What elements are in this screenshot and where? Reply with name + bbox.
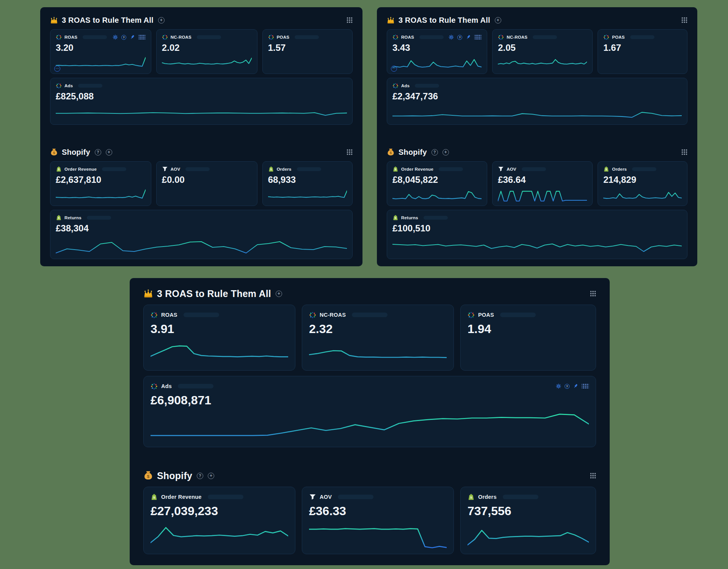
sparkline-chart — [56, 236, 347, 255]
grid-icon[interactable] — [474, 35, 482, 40]
metric-card-nc-roas[interactable]: NC-ROAS 2.02 — [156, 29, 257, 74]
metric-card-ads[interactable]: Ads £2,347,736 — [387, 78, 687, 125]
skeleton-pill — [297, 167, 321, 171]
metric-card-row: ROAS 3.20 NC-ROAS 2.02 — [50, 29, 353, 74]
gear-icon[interactable] — [449, 35, 454, 40]
metric-card-nc-roas[interactable]: NC-ROAS 2.32 — [302, 305, 454, 371]
metric-card-poas[interactable]: POAS 1.94 — [460, 305, 596, 371]
gear-icon[interactable] — [556, 384, 561, 389]
question-circle-icon[interactable] — [121, 35, 126, 40]
dashboard-panel: 3 ROAS to Rule Them All ROAS 3.20 — [40, 7, 362, 266]
section-title: Shopify — [157, 470, 192, 481]
metric-card-roas[interactable]: ROAS 3.20 — [50, 29, 151, 74]
section-header: 3 ROAS to Rule Them All — [387, 14, 687, 26]
sparkline-chart — [392, 104, 682, 121]
plus-circle-icon[interactable] — [208, 473, 214, 479]
metric-card-row: Order Revenue £27,039,233 AOV £36.33 Ord… — [143, 487, 596, 554]
grid-icon[interactable] — [582, 384, 589, 389]
metric-label: NC-ROAS — [507, 35, 527, 39]
metric-card-returns[interactable]: Returns £38,304 — [50, 210, 353, 259]
drag-grip-icon[interactable] — [590, 473, 596, 479]
question-circle-icon[interactable] — [565, 384, 570, 389]
more-badge-icon[interactable] — [391, 66, 397, 72]
metric-card-ads[interactable]: Ads £6,908,871 — [143, 376, 596, 447]
metric-card-orders[interactable]: Orders 214,829 — [598, 161, 687, 206]
metric-label: Orders — [277, 167, 292, 171]
metric-card-aov[interactable]: AOV £36.64 — [492, 161, 593, 206]
pixel-dots-icon — [56, 34, 62, 40]
metric-value: 2.05 — [498, 42, 587, 53]
metric-label: AOV — [320, 494, 332, 500]
sparkline-chart — [151, 521, 288, 549]
metric-card-orders[interactable]: Orders 68,933 — [262, 161, 353, 206]
metric-card-poas[interactable]: POAS 1.67 — [598, 29, 687, 74]
plus-circle-icon[interactable] — [442, 149, 449, 156]
help-circle-icon[interactable] — [431, 149, 438, 156]
pin-icon[interactable] — [130, 35, 135, 40]
metric-label: POAS — [478, 312, 494, 318]
metric-card-order-revenue[interactable]: Order Revenue £8,045,822 — [387, 161, 487, 206]
section-title: 3 ROAS to Rule Them All — [399, 16, 490, 25]
dashboard-panel: 3 ROAS to Rule Them All ROAS 3.43 — [377, 7, 697, 266]
metric-card-order-revenue[interactable]: Order Revenue £2,637,810 — [50, 161, 151, 206]
metric-card-poas[interactable]: POAS 1.57 — [262, 29, 353, 74]
money-bag-icon — [143, 471, 153, 481]
metric-card-orders[interactable]: Orders 737,556 — [460, 487, 596, 554]
sparkline-chart — [498, 56, 587, 70]
funnel-icon — [309, 494, 316, 501]
skeleton-pill — [632, 167, 656, 171]
pin-icon[interactable] — [573, 384, 578, 389]
metric-card-aov[interactable]: AOV £0.00 — [156, 161, 257, 206]
metric-value: £36.33 — [309, 503, 447, 519]
section-header: 3 ROAS to Rule Them All — [143, 286, 596, 301]
pixel-dots-icon — [162, 34, 168, 40]
metric-card-ads[interactable]: Ads £825,088 — [50, 78, 353, 125]
skeleton-pill — [415, 84, 439, 88]
sparkline-chart — [56, 104, 347, 121]
plus-circle-icon[interactable] — [158, 17, 165, 24]
question-circle-icon[interactable] — [457, 35, 462, 40]
metric-value: 3.91 — [151, 321, 288, 336]
drag-grip-icon[interactable] — [347, 149, 353, 155]
sparkline-chart — [392, 56, 482, 70]
plus-circle-icon[interactable] — [106, 149, 112, 156]
plus-circle-icon[interactable] — [276, 291, 282, 297]
metric-label: Returns — [401, 215, 418, 220]
drag-grip-icon[interactable] — [681, 149, 687, 155]
card-tools — [556, 384, 589, 389]
metric-label: ROAS — [64, 35, 77, 39]
drag-grip-icon[interactable] — [347, 17, 353, 23]
metric-card-nc-roas[interactable]: NC-ROAS 2.05 — [492, 29, 593, 74]
gear-icon[interactable] — [113, 35, 118, 40]
metric-value: £6,908,871 — [151, 393, 589, 408]
more-badge-icon[interactable] — [54, 66, 60, 72]
help-circle-icon[interactable] — [197, 473, 203, 479]
metric-value: 68,933 — [268, 174, 347, 185]
pin-icon[interactable] — [466, 35, 471, 40]
metric-value: £27,039,233 — [151, 503, 288, 519]
metric-card-roas[interactable]: ROAS 3.43 — [387, 29, 487, 74]
skeleton-pill — [424, 216, 448, 220]
grid-icon[interactable] — [138, 35, 146, 40]
skeleton-pill — [78, 84, 102, 88]
money-bag-icon — [50, 148, 58, 156]
metric-value: 1.67 — [603, 42, 682, 53]
pixel-dots-icon — [392, 34, 399, 40]
metric-card-returns[interactable]: Returns £100,510 — [387, 210, 687, 259]
shopify-bag-icon — [268, 166, 274, 172]
help-circle-icon[interactable] — [95, 149, 101, 156]
metric-card-order-revenue[interactable]: Order Revenue £27,039,233 — [143, 487, 295, 554]
skeleton-pill — [338, 495, 373, 499]
drag-grip-icon[interactable] — [681, 17, 687, 23]
dashboard-panel: 3 ROAS to Rule Them All ROAS 3.91 NC-ROA… — [130, 278, 610, 565]
sparkline-chart — [468, 521, 589, 549]
skeleton-pill — [419, 35, 444, 39]
plus-circle-icon[interactable] — [495, 17, 501, 24]
shopify-bag-icon — [56, 166, 62, 172]
metric-card-roas[interactable]: ROAS 3.91 — [143, 305, 295, 371]
sparkline-chart — [151, 339, 288, 365]
card-tools — [449, 35, 482, 40]
drag-grip-icon[interactable] — [590, 291, 596, 297]
metric-card-aov[interactable]: AOV £36.33 — [302, 487, 454, 554]
metric-value: 737,556 — [468, 503, 589, 519]
